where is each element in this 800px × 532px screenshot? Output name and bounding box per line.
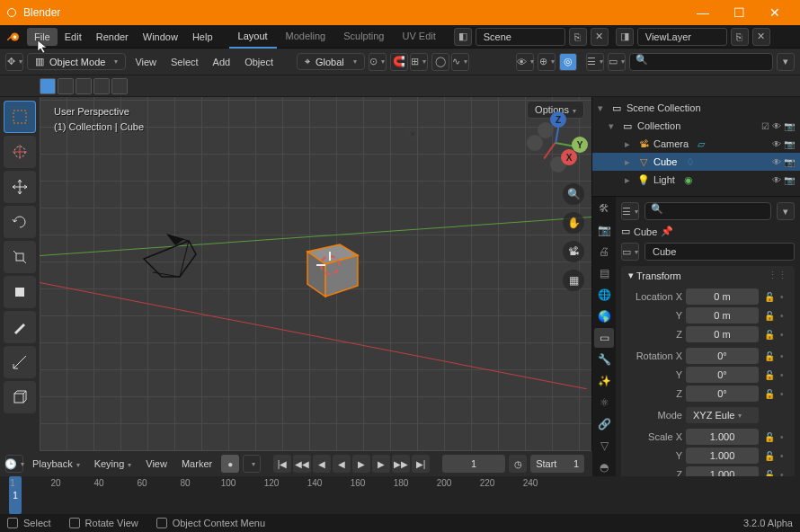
- prop-falloff-icon[interactable]: ∿: [451, 53, 469, 71]
- menu-render[interactable]: Render: [89, 28, 136, 46]
- camera-view-icon[interactable]: 📽: [563, 241, 584, 262]
- scene-name-input[interactable]: [476, 28, 565, 46]
- prop-tab-constraints[interactable]: 🔗: [594, 414, 614, 434]
- tool-measure[interactable]: [4, 346, 36, 378]
- play-reverse-icon[interactable]: ◀: [333, 455, 351, 473]
- lock-icon[interactable]: 🔓: [762, 288, 777, 305]
- chevron-right-icon[interactable]: ▸: [625, 138, 634, 150]
- eye-icon[interactable]: 👁: [772, 139, 781, 149]
- close-button[interactable]: ✕: [757, 0, 793, 25]
- tool-add-cube[interactable]: [4, 381, 36, 413]
- menu-edit[interactable]: Edit: [58, 28, 89, 46]
- prop-tab-output[interactable]: 🖨: [594, 242, 614, 262]
- keyframe-dot-icon[interactable]: •: [780, 351, 787, 361]
- outliner-filter-funnel-icon[interactable]: ▾: [777, 53, 795, 71]
- select-mode-intersect-icon[interactable]: [111, 78, 128, 94]
- object-cube[interactable]: [297, 232, 369, 304]
- lock-icon[interactable]: 🔓: [762, 429, 777, 445]
- keying-set-icon[interactable]: [243, 455, 261, 473]
- tl-marker-menu[interactable]: Marker: [176, 458, 218, 469]
- panel-options-icon[interactable]: ⋮⋮: [768, 270, 787, 281]
- keyframe-dot-icon[interactable]: •: [780, 292, 787, 302]
- loc-y-value[interactable]: 0 m: [686, 307, 759, 324]
- menu-file[interactable]: File: [27, 28, 58, 46]
- eye-icon[interactable]: 👁: [772, 175, 781, 185]
- minimize-button[interactable]: —: [685, 0, 721, 25]
- gizmo-x-ball[interactable]: X: [561, 149, 577, 165]
- menu-view[interactable]: View: [129, 57, 162, 67]
- chevron-down-icon[interactable]: ▾: [609, 120, 618, 132]
- tl-keying-menu[interactable]: Keying: [89, 458, 138, 469]
- timeline-editor-icon[interactable]: 🕒: [5, 455, 23, 473]
- tool-move[interactable]: [4, 171, 36, 203]
- keyframe-dot-icon[interactable]: •: [780, 330, 787, 340]
- outliner-item-light[interactable]: ▸ 💡 Light ◉ 👁 📷: [592, 171, 800, 189]
- tl-playback-menu[interactable]: Playback: [27, 458, 85, 469]
- prop-tab-world[interactable]: 🌎: [594, 306, 614, 326]
- current-frame-input[interactable]: 1: [442, 455, 505, 473]
- scale-x-value[interactable]: 1.000: [686, 429, 759, 445]
- prop-tab-object[interactable]: ▭: [594, 328, 614, 348]
- loc-z-value[interactable]: 0 m: [686, 326, 759, 342]
- chevron-down-icon[interactable]: ▾: [598, 102, 607, 114]
- mode-selector[interactable]: ▥ Object Mode: [27, 53, 126, 70]
- camera-restrict-icon[interactable]: 📷: [784, 121, 795, 131]
- viewport-3d[interactable]: User Perspective (1) Collection | Cube O…: [40, 97, 591, 451]
- checkbox-icon[interactable]: ☑: [761, 121, 769, 131]
- object-camera[interactable]: [135, 232, 207, 286]
- prop-tab-particles[interactable]: ✨: [594, 371, 614, 391]
- start-frame-input[interactable]: Start 1: [530, 455, 584, 473]
- outliner-search[interactable]: 🔍: [629, 53, 773, 71]
- chevron-right-icon[interactable]: ▸: [625, 174, 634, 186]
- prop-options-icon[interactable]: ☰: [621, 202, 639, 220]
- jump-start-icon[interactable]: |◀: [273, 455, 291, 473]
- tool-scale[interactable]: [4, 241, 36, 273]
- tab-modeling[interactable]: Modeling: [277, 25, 335, 49]
- prop-edit-icon[interactable]: ◯: [431, 53, 449, 71]
- zoom-icon[interactable]: 🔍: [563, 183, 584, 205]
- orientation-selector[interactable]: ⌖ Global: [297, 53, 365, 70]
- tool-rotate[interactable]: [4, 206, 36, 238]
- autokey-icon[interactable]: ●: [221, 455, 239, 473]
- menu-add[interactable]: Add: [208, 57, 236, 67]
- transform-panel-header[interactable]: ▾ Transform ⋮⋮: [621, 266, 795, 285]
- menu-object[interactable]: Object: [239, 57, 279, 67]
- camera-restrict-icon[interactable]: 📷: [784, 139, 795, 149]
- perspective-toggle-icon[interactable]: ▦: [563, 270, 584, 291]
- clock-icon[interactable]: ◷: [509, 455, 527, 473]
- keyframe-dot-icon[interactable]: •: [780, 370, 787, 380]
- tab-uv-edit[interactable]: UV Edit: [393, 25, 444, 49]
- editor-type-icon[interactable]: ✥: [5, 53, 23, 71]
- eye-icon[interactable]: 👁: [772, 157, 781, 167]
- menu-help[interactable]: Help: [185, 28, 220, 46]
- viewlayer-new-button[interactable]: ⎘: [731, 28, 749, 46]
- lock-icon[interactable]: 🔓: [762, 307, 777, 324]
- scene-close-button[interactable]: ✕: [591, 28, 609, 46]
- tl-view-menu[interactable]: View: [140, 458, 173, 469]
- menu-select[interactable]: Select: [165, 57, 204, 67]
- tool-cursor[interactable]: [4, 136, 36, 168]
- outliner-item-camera[interactable]: ▸ 📽 Camera ▱ 👁 📷: [592, 135, 800, 153]
- data-browse-icon[interactable]: ▭: [621, 243, 639, 261]
- pin-icon[interactable]: 📌: [661, 226, 673, 237]
- menu-window[interactable]: Window: [136, 28, 185, 46]
- object-light[interactable]: [399, 120, 426, 147]
- outliner-filter-icon[interactable]: ▭: [608, 53, 626, 71]
- prop-tab-modifiers[interactable]: 🔧: [594, 350, 614, 369]
- gizmo-neg-x-ball[interactable]: [538, 122, 554, 138]
- lock-icon[interactable]: 🔓: [762, 348, 777, 364]
- object-name-input[interactable]: [644, 243, 795, 261]
- prop-tab-physics[interactable]: ⚛: [594, 393, 614, 412]
- tab-sculpting[interactable]: Sculpting: [334, 25, 393, 49]
- chevron-right-icon[interactable]: ▸: [625, 156, 634, 168]
- loc-x-value[interactable]: 0 m: [686, 288, 759, 305]
- camera-restrict-icon[interactable]: 📷: [784, 157, 795, 167]
- prop-filter-icon[interactable]: ▾: [777, 202, 795, 220]
- tool-select-box[interactable]: [4, 101, 36, 133]
- blender-logo[interactable]: [4, 27, 23, 47]
- snap-toggle-icon[interactable]: 🧲: [390, 53, 408, 71]
- pivot-point-icon[interactable]: ⊙: [369, 53, 387, 71]
- lock-icon[interactable]: 🔓: [762, 367, 777, 383]
- camera-restrict-icon[interactable]: 📷: [784, 175, 795, 185]
- keyframe-dot-icon[interactable]: •: [780, 389, 787, 399]
